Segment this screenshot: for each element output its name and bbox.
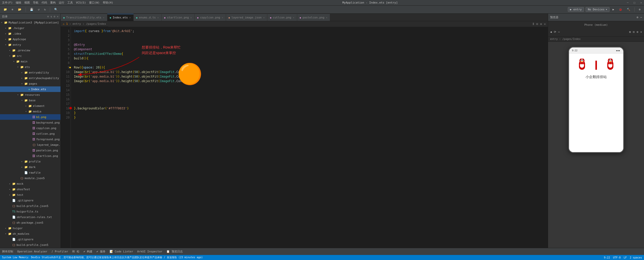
tree-item[interactable]: ▾📁entry bbox=[0, 42, 61, 48]
editor-tab[interactable]: ●layered_image.json✕ bbox=[226, 14, 268, 21]
tree-item[interactable]: 📄.gitignore bbox=[0, 237, 61, 242]
tree-item[interactable]: ▸📁AppScope bbox=[0, 36, 61, 42]
editor-tab[interactable]: ●pastelcon.png✕ bbox=[297, 14, 330, 21]
tree-item[interactable]: 🖼b1.png bbox=[0, 114, 61, 120]
close-editor-btn[interactable]: ✕ bbox=[544, 22, 546, 26]
sidebar-settings-icon[interactable]: ⚙ bbox=[54, 15, 55, 18]
tree-arrow[interactable]: ▾ bbox=[21, 82, 24, 85]
bottom-tab[interactable]: 📋 预览日志 bbox=[166, 250, 183, 253]
code-line[interactable]: import { curves } from '@kit.ArkUI'; bbox=[74, 29, 546, 33]
tree-item[interactable]: ▾📁oh_modules bbox=[0, 231, 61, 237]
menu-run[interactable]: 运行 bbox=[59, 1, 64, 5]
code-line[interactable]: Image($r('app.media.b1')).height(50).obj… bbox=[74, 74, 546, 79]
code-line[interactable]: @Component bbox=[74, 47, 546, 52]
menu-code[interactable]: 代码 bbox=[42, 1, 47, 5]
preview-settings-btn[interactable]: ⚙ bbox=[637, 30, 638, 34]
device-selector[interactable]: No Devices ▾ bbox=[586, 7, 610, 12]
tree-item[interactable]: ▸📁.preview bbox=[0, 48, 61, 53]
bottom-tab[interactable]: ✔ 服务 bbox=[96, 250, 105, 253]
tree-item[interactable]: 🖼cutlcon.png bbox=[0, 131, 61, 136]
menu-edit[interactable]: 编辑 bbox=[16, 1, 21, 5]
editor-tab[interactable]: ●enums.d.ts✕ bbox=[134, 14, 162, 21]
menu-help[interactable]: 帮助(H) bbox=[103, 1, 113, 5]
tree-item[interactable]: ▸📁.hvigor bbox=[0, 25, 61, 31]
editor-tab[interactable]: ●startlcon.png✕ bbox=[162, 14, 195, 21]
tree-item[interactable]: ▸📁mock bbox=[0, 181, 61, 186]
preview-zoom-btn[interactable]: ⊞ bbox=[629, 30, 631, 34]
tree-arrow[interactable]: ▸ bbox=[9, 194, 12, 196]
code-line[interactable] bbox=[74, 33, 546, 38]
preview-settings-icon[interactable]: ⚙ bbox=[637, 16, 638, 19]
preview-rotate-icon[interactable]: ⟳ bbox=[554, 30, 556, 34]
run-button[interactable]: ▶ bbox=[611, 7, 616, 12]
tree-item[interactable]: {}build-profile.json5 bbox=[0, 242, 61, 248]
tree-arrow[interactable]: ▾ bbox=[13, 60, 16, 63]
bottom-tab[interactable]: ♪ Profiler bbox=[51, 250, 68, 253]
settings-btn[interactable]: ⚙ bbox=[637, 7, 642, 12]
toolbar-redo-btn[interactable]: ↻ bbox=[43, 7, 47, 12]
tree-item[interactable]: 🖼copylcon.png bbox=[0, 125, 61, 131]
tab-close-btn[interactable]: ✕ bbox=[190, 16, 192, 19]
tree-item[interactable]: 🖼startlcon.png bbox=[0, 153, 61, 159]
tree-item[interactable]: {}layered_image.json bbox=[0, 142, 61, 148]
tree-item[interactable]: ▸📁dark bbox=[0, 164, 61, 170]
tree-item[interactable]: 🖼pastelcon.png bbox=[0, 148, 61, 153]
tree-arrow[interactable]: ▸ bbox=[9, 182, 12, 185]
tree-item[interactable]: ▾📁resources bbox=[0, 92, 61, 98]
build-button[interactable]: 🔨 bbox=[625, 7, 632, 12]
tree-item[interactable]: ▾📁media bbox=[0, 109, 61, 114]
editor-tab[interactable]: ●copylcon.png✕ bbox=[195, 14, 226, 21]
menu-tools[interactable]: 工具 bbox=[67, 1, 73, 5]
tree-arrow[interactable]: ▾ bbox=[17, 66, 20, 68]
code-line[interactable]: }.backgroundColor('#ffff0033') bbox=[74, 106, 546, 111]
toolbar-open-btn[interactable]: 📂 bbox=[16, 7, 23, 12]
tree-arrow[interactable]: ▸ bbox=[5, 38, 8, 40]
code-line[interactable]: @Entry bbox=[74, 42, 546, 47]
tree-item[interactable]: ▾📁pages bbox=[0, 81, 61, 86]
debug-button[interactable]: 🐞 bbox=[617, 7, 624, 12]
code-line[interactable] bbox=[74, 102, 546, 106]
sidebar-close-icon[interactable]: ✕ bbox=[57, 15, 58, 18]
tree-arrow[interactable]: ▾ bbox=[25, 110, 28, 113]
tree-item[interactable]: {}module.json5 bbox=[0, 175, 61, 181]
tree-item[interactable]: ▾📁ets bbox=[0, 64, 61, 70]
menu-view[interactable]: 视图 bbox=[24, 1, 30, 5]
tree-arrow[interactable]: ▾ bbox=[9, 55, 12, 57]
tree-item[interactable]: ▸📁entrybackupability bbox=[0, 75, 61, 81]
bottom-tab[interactable]: Operation Analyzer bbox=[17, 250, 47, 253]
tree-item[interactable]: ▾📁main bbox=[0, 59, 61, 64]
tree-arrow[interactable]: ▾ bbox=[21, 99, 24, 102]
tree-arrow[interactable]: ▸ bbox=[5, 27, 8, 29]
tree-item[interactable]: ▾📁MyApplication3 [MyApplication] bbox=[0, 20, 61, 25]
code-line[interactable]: struct TransitionEffectDemo { bbox=[74, 52, 546, 56]
tab-close-btn[interactable]: ✕ bbox=[326, 16, 327, 19]
code-line[interactable]: Image($r('app.media.b1')).height(50).obj… bbox=[74, 79, 546, 83]
tree-arrow[interactable]: ▸ bbox=[21, 77, 24, 79]
bottom-tab[interactable]: 和 松 bbox=[72, 250, 79, 253]
tree-arrow[interactable]: ▸ bbox=[21, 160, 24, 163]
preview-layout-btn[interactable]: ⊟ bbox=[633, 30, 635, 34]
code-line[interactable]: } bbox=[74, 115, 546, 120]
toolbar-new-btn[interactable]: ⊕ bbox=[10, 7, 15, 12]
tree-item[interactable]: ▸📁entryability bbox=[0, 70, 61, 75]
tree-item[interactable]: 🖼background.png bbox=[0, 120, 61, 125]
code-line[interactable]: } bbox=[74, 111, 546, 115]
code-line[interactable] bbox=[74, 92, 546, 97]
tree-arrow[interactable]: ▸ bbox=[5, 32, 8, 35]
code-line[interactable]: build() { bbox=[74, 56, 546, 61]
menu-navigate[interactable]: 导航 bbox=[33, 1, 38, 5]
tab-close-btn[interactable]: ✕ bbox=[129, 16, 131, 19]
tree-item[interactable]: ▾📁base bbox=[0, 98, 61, 103]
tab-close-btn[interactable]: ✕ bbox=[293, 16, 294, 19]
bottom-tab[interactable]: 脚本控制 bbox=[2, 250, 13, 253]
tree-item[interactable]: TShvigorfile.ts bbox=[0, 209, 61, 214]
code-line[interactable]: ● Row({ space: 20 }) { bbox=[74, 65, 546, 70]
window-maximize[interactable]: □ bbox=[634, 1, 635, 4]
tree-item[interactable]: 📄.gitignore bbox=[0, 198, 61, 203]
tree-item[interactable]: ▸📁hvigor bbox=[0, 225, 61, 231]
tree-arrow[interactable]: ▾ bbox=[17, 93, 20, 96]
code-line[interactable] bbox=[74, 88, 546, 92]
tab-close-btn[interactable]: ✕ bbox=[103, 16, 105, 19]
tree-arrow[interactable]: ▾ bbox=[5, 43, 8, 46]
code-editor[interactable]: 1234567891011121314151617181920 import {… bbox=[61, 27, 548, 248]
